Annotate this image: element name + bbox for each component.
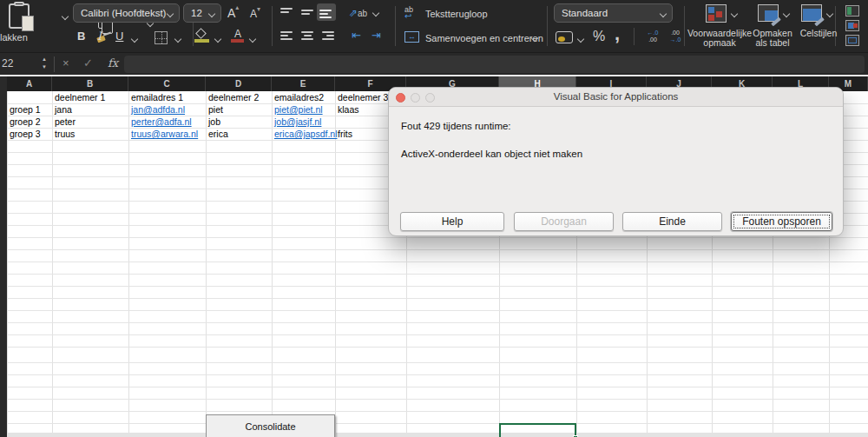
gridline [7, 322, 868, 323]
comma-format-icon[interactable]: , [615, 23, 620, 45]
gridline [7, 411, 868, 412]
cell[interactable]: groep 3 [10, 128, 51, 140]
error-code-text: Fout 429 tijdens runtime: [401, 121, 511, 131]
cell-styles-chevron-icon[interactable] [826, 10, 833, 17]
conditional-formatting-icon[interactable] [706, 4, 727, 23]
cell-styles-button[interactable]: Celstijlen [792, 29, 845, 38]
align-middle-icon[interactable] [301, 8, 315, 18]
format-as-table-icon[interactable] [758, 4, 779, 22]
cell-hyperlink[interactable]: perter@adfa.nl [131, 116, 205, 128]
cell-hyperlink[interactable]: jan@adfda.nl [131, 103, 205, 116]
cancel-icon[interactable]: × [62, 56, 69, 70]
bold-button[interactable]: B [77, 30, 85, 43]
borders-icon[interactable] [155, 31, 168, 44]
decrease-indent-icon[interactable]: ⇤ [352, 29, 361, 42]
cell[interactable]: deelnemer 2 [208, 91, 271, 103]
increase-decimal-icon[interactable]: ←.0.00 [642, 30, 663, 45]
orientation-chevron-icon[interactable] [372, 10, 379, 17]
font-color-chevron-icon[interactable] [249, 36, 256, 43]
align-left-icon[interactable] [280, 31, 294, 42]
gridline [7, 310, 868, 311]
wrap-text-icon[interactable]: ab↩ [404, 7, 419, 20]
group-divider [395, 6, 396, 46]
cell[interactable]: piet [208, 103, 271, 116]
orientation-icon[interactable]: ⇗ab [349, 7, 367, 19]
merge-center-button[interactable]: Samenvoegen en centreren [425, 33, 543, 43]
fill-color-chevron-icon[interactable] [214, 36, 221, 43]
cell-hyperlink[interactable]: erica@japsdf.nl [274, 128, 334, 140]
conditional-formatting-chevron-icon[interactable] [731, 10, 738, 17]
font-name-combo[interactable]: Calibri (Hoofdtekst) [73, 3, 180, 23]
cell[interactable]: groep 2 [10, 116, 51, 128]
currency-format-icon[interactable] [556, 31, 573, 43]
paste-icon[interactable] [9, 3, 30, 29]
align-center-icon[interactable] [301, 31, 315, 42]
increase-indent-icon[interactable]: ⇥ [372, 29, 381, 42]
cell-hyperlink[interactable]: piet@piet.nl [274, 103, 334, 116]
percent-format-icon[interactable]: % [593, 29, 605, 44]
paste-dropdown-chevron-icon[interactable] [62, 13, 69, 20]
cell[interactable]: peter [55, 116, 128, 128]
cell[interactable]: jana [55, 103, 128, 116]
number-format-combo[interactable]: Standaard [554, 3, 673, 23]
debug-button[interactable]: Fouten opsporen [731, 212, 832, 231]
paste-button-label[interactable]: lakken [0, 32, 28, 43]
wrap-text-button[interactable]: Tekstterugloop [425, 9, 488, 19]
gridline [7, 334, 868, 335]
merge-center-icon[interactable]: ↔ [404, 31, 419, 43]
cell[interactable]: erica [208, 128, 271, 140]
grow-font-button[interactable]: A▴ [227, 6, 235, 20]
delete-cells-icon[interactable] [845, 20, 859, 31]
cell[interactable]: job [208, 116, 271, 128]
gridline [7, 262, 868, 262]
cell[interactable]: deelnemer 1 [55, 91, 128, 103]
number-format-value: Standaard [562, 8, 608, 18]
cell-hyperlink[interactable]: job@jasjf.nl [274, 116, 334, 128]
name-box-stepper[interactable]: ▲▼ [40, 56, 49, 71]
cell[interactable]: truus [55, 128, 128, 140]
cell[interactable]: groep 1 [10, 103, 51, 116]
font-color-icon[interactable]: A [231, 28, 245, 43]
align-bottom-icon[interactable] [317, 3, 336, 21]
format-cells-icon[interactable] [845, 35, 859, 46]
ribbon: lakken Calibri (Hoofdtekst) 12 A▴ A▾ B I… [0, 0, 868, 52]
end-button[interactable]: Einde [622, 212, 722, 231]
underline-button[interactable]: U [115, 30, 123, 43]
align-top-icon[interactable] [280, 8, 294, 18]
column-header-C[interactable]: C [128, 76, 206, 91]
row-header-stub [0, 76, 7, 437]
borders-chevron-icon[interactable] [174, 36, 181, 43]
fill-color-icon[interactable] [194, 29, 210, 43]
error-message-text: ActiveX-onderdeel kan object niet maken [401, 149, 582, 159]
insert-function-icon[interactable]: fx [108, 56, 118, 70]
shrink-font-button[interactable]: A▾ [250, 8, 257, 20]
help-button[interactable]: Help [400, 212, 504, 231]
group-divider [547, 6, 548, 46]
currency-chevron-icon[interactable] [577, 36, 584, 43]
enter-icon[interactable]: ✓ [83, 56, 93, 70]
continue-button: Doorgaan [514, 212, 614, 231]
formula-bar: 22 ▲▼ × ✓ fx [0, 52, 868, 75]
insert-cells-icon[interactable] [845, 5, 859, 17]
column-header-A[interactable]: A [7, 76, 52, 91]
dialog-titlebar[interactable]: Visual Basic for Applications [389, 88, 843, 107]
cell[interactable]: emailadres 1 [131, 91, 205, 103]
formula-input[interactable] [124, 56, 865, 73]
gridline [7, 423, 868, 424]
cell[interactable]: emailadres2 [274, 91, 334, 103]
gridline [7, 362, 868, 363]
format-as-table-chevron-icon[interactable] [783, 10, 790, 17]
italic-button[interactable]: I [97, 30, 102, 43]
consolidate-button[interactable]: Consolidate [206, 414, 335, 437]
column-header-D[interactable]: D [206, 76, 272, 91]
name-box[interactable]: 22 [2, 57, 13, 70]
divider [54, 56, 55, 72]
column-header-B[interactable]: B [52, 76, 128, 91]
underline-chevron-icon[interactable] [131, 36, 138, 43]
selected-cell-outline[interactable] [499, 423, 576, 437]
cell-hyperlink[interactable]: truus@arwara.nl [131, 128, 205, 140]
column-header-E[interactable]: E [272, 76, 335, 91]
font-size-combo[interactable]: 12 [183, 3, 221, 23]
cell-styles-icon[interactable] [801, 4, 822, 22]
align-right-icon[interactable] [322, 31, 336, 42]
